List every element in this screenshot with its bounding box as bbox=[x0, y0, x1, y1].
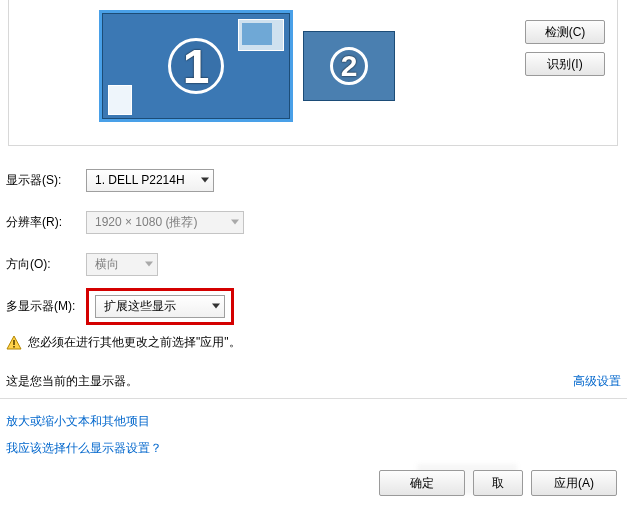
monitor-arrangement-panel: 1 2 检测(C) 识别(I) bbox=[8, 0, 618, 146]
chevron-down-icon bbox=[212, 304, 220, 309]
cancel-button[interactable]: 取 bbox=[473, 470, 523, 496]
display-select[interactable]: 1. DELL P2214H bbox=[86, 169, 214, 192]
advanced-settings-link[interactable]: 高级设置 bbox=[573, 373, 621, 390]
wallpaper-thumb-icon bbox=[238, 19, 284, 51]
warning-text: 您必须在进行其他更改之前选择"应用"。 bbox=[28, 334, 241, 351]
multi-display-label: 多显示器(M): bbox=[0, 298, 86, 315]
display-value: 1. DELL P2214H bbox=[95, 173, 185, 187]
orientation-label: 方向(O): bbox=[0, 256, 86, 273]
chevron-down-icon bbox=[145, 262, 153, 267]
monitor-2[interactable]: 2 bbox=[303, 31, 395, 101]
which-settings-link[interactable]: 我应该选择什么显示器设置？ bbox=[6, 440, 627, 457]
multi-display-value: 扩展这些显示 bbox=[104, 298, 176, 315]
highlight-box: 扩展这些显示 bbox=[86, 288, 234, 325]
text-size-link[interactable]: 放大或缩小文本和其他项目 bbox=[6, 413, 627, 430]
identify-button[interactable]: 识别(I) bbox=[525, 52, 605, 76]
orientation-value: 横向 bbox=[95, 256, 119, 273]
display-label: 显示器(S): bbox=[0, 172, 86, 189]
monitor-number: 1 bbox=[168, 38, 224, 94]
detect-button[interactable]: 检测(C) bbox=[525, 20, 605, 44]
monitor-1[interactable]: 1 bbox=[99, 10, 293, 122]
resolution-value: 1920 × 1080 (推荐) bbox=[95, 214, 197, 231]
svg-rect-2 bbox=[13, 346, 15, 348]
monitor-number: 2 bbox=[330, 47, 368, 85]
warning-icon bbox=[6, 335, 22, 351]
orientation-select: 横向 bbox=[86, 253, 158, 276]
apply-button[interactable]: 应用(A) bbox=[531, 470, 617, 496]
resolution-label: 分辨率(R): bbox=[0, 214, 86, 231]
ok-button[interactable]: 确定 bbox=[379, 470, 465, 496]
resolution-select: 1920 × 1080 (推荐) bbox=[86, 211, 244, 234]
chevron-down-icon bbox=[201, 178, 209, 183]
wallpaper-thumb-icon bbox=[108, 85, 132, 115]
chevron-down-icon bbox=[231, 220, 239, 225]
multi-display-select[interactable]: 扩展这些显示 bbox=[95, 295, 225, 318]
svg-rect-1 bbox=[13, 340, 15, 345]
primary-display-note: 这是您当前的主显示器。 bbox=[6, 373, 138, 390]
